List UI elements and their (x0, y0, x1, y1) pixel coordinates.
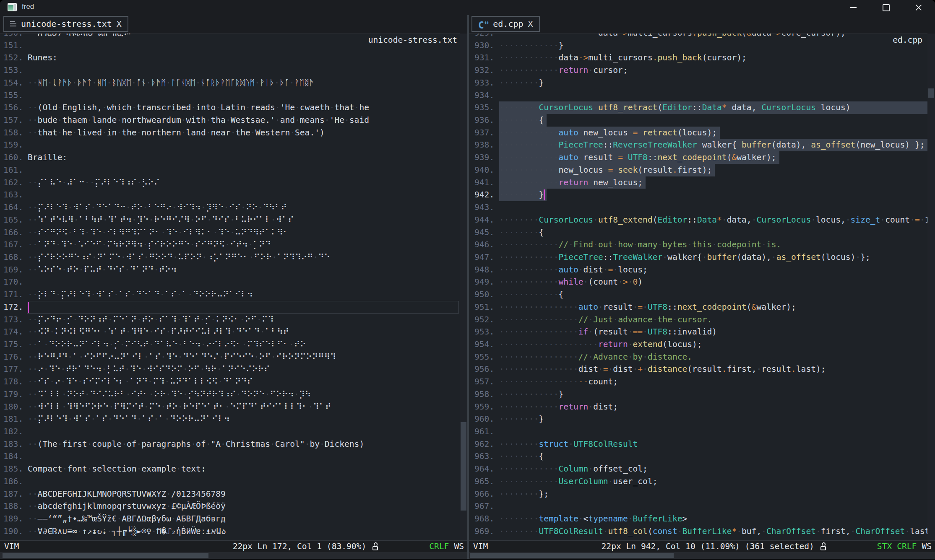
code-line[interactable]: 189.··–—‘“”„†•…‰™œŠŸž€·ΑΒΓΔΩαβγδω·АБВГДа… (0, 513, 460, 525)
code-line[interactable]: 956.················dist·=·dist·+·distan… (469, 363, 927, 376)
code-line[interactable]: 167.··⠁⠝⠙·⠹⠑·⠡⠊⠑⠋·⠍⠳⠗⠝⠻⠲·⡎⠊⠗⠕⠕⠛⠑·⠎⠊⠛⠝⠫·⠊… (0, 239, 460, 251)
code-line[interactable]: 951.················auto·result·=·UTF8::… (469, 301, 927, 314)
code-line[interactable]: 188.··abcdefghijklmnopqrstuvwxyz·£©µÀÆÖÞ… (0, 500, 460, 513)
vertical-scrollbar-left[interactable] (460, 34, 467, 540)
code-line[interactable]: 945.········{ (469, 226, 927, 239)
code-line[interactable]: 944.········CursorLocus·utf8_extend(Edit… (469, 214, 927, 226)
horizontal-scrollbar-thumb[interactable] (3, 553, 208, 558)
code-line[interactable]: 930.············} (469, 39, 927, 52)
code-line[interactable]: 178.··⠊⠎·⠔·⠹⠑·⠎⠊⠍⠊⠇⠑⠆·⠁⠝⠙·⠍⠹·⠥⠝⠙⠁⠇⠇⠪⠫·⠙⠁… (0, 376, 460, 388)
code-line[interactable]: 952.················//·Just·advance·the·… (469, 314, 927, 326)
code-line[interactable]: 946.············//·Find·out·how·many·byt… (469, 239, 927, 251)
code-line[interactable]: 961. (469, 425, 927, 438)
code-line[interactable]: 153. (0, 64, 460, 77)
code-line[interactable]: 958.············} (469, 388, 927, 401)
code-line[interactable]: 936.········{ (469, 114, 927, 127)
code-line[interactable]: 169.··⠡⠕⠎⠑·⠞⠕·⠏⠥⠞·⠙⠊⠎·⠙⠁⠝⠙·⠞⠕⠲ (0, 264, 460, 276)
close-button[interactable] (902, 0, 935, 15)
code-line[interactable]: 168.··⡎⠊⠗⠕⠕⠛⠑⠰⠎·⠝⠁⠍⠑·⠺⠁⠎·⠛⠕⠕⠙·⠥⠏⠕⠝·⠰⡡⠁⠝⠛… (0, 251, 460, 264)
code-line[interactable]: 968.········template·<typename·BufferLik… (469, 513, 927, 525)
code-line[interactable]: 163. (0, 189, 460, 201)
code-line[interactable]: 941.············return·new_locus; (469, 176, 927, 189)
code-line[interactable]: 156.··(Old·English,·which·transcribed·in… (0, 101, 460, 114)
tab-close-icon[interactable]: X (117, 19, 122, 29)
code-line[interactable]: 158.··that·he·lived·in·the·northern·land… (0, 127, 460, 139)
code-line[interactable]: 937.············auto·new_locus·=·retract… (469, 127, 927, 139)
horizontal-scrollbar-right[interactable] (469, 552, 935, 559)
code-line[interactable]: 162.··⡌⠁⠧⠑·⠼⠁⠒··⡍⠜⠇⠑⠹⠰⠎·⡣⠕⠌ (0, 176, 460, 189)
code-line[interactable]: 173.··⡍⠔⠙⠖·⡊·⠙⠕⠝⠰⠞·⠍⠑⠁⠝·⠞⠕·⠎⠁⠹·⠹⠁⠞·⡊·⠅⠝⠪… (0, 314, 460, 326)
code-line[interactable]: 959.············return·dist; (469, 401, 927, 413)
pane-divider[interactable] (467, 15, 469, 560)
tab-close-icon[interactable]: X (528, 19, 533, 29)
code-line[interactable]: 164.··⡍⠜⠇⠑⠹·⠺⠁⠎·⠙⠑⠁⠙⠒·⠞⠕·⠃⠑⠛⠔·⠺⠊⠹⠲·⡹⠻⠑·⠊… (0, 201, 460, 214)
code-line[interactable]: 948.············auto·dist·=·locus; (469, 264, 927, 276)
code-line[interactable]: 185.Compact·font·selection·example·text: (0, 463, 460, 475)
code-line[interactable]: 953.················if·(result·==·UTF8::… (469, 326, 927, 338)
code-line[interactable]: 176.··⠗⠑⠛⠜⠙·⠁·⠊⠕⠋⠋⠔⠤⠝⠁⠊⠇·⠁⠎·⠹⠑·⠙⠑⠁⠙⠑⠌·⠏⠊… (0, 351, 460, 363)
code-line[interactable]: 966.········}; (469, 488, 927, 500)
code-line[interactable]: 190.··∀∂∈ℝ∧∪≡∞·↑↗↨↻⇣·┐┼╔╘░►☺♀·ﬁ�⑀₂ἠḂӥẄɐː… (0, 525, 460, 538)
code-line[interactable]: 934. (469, 89, 927, 102)
code-line[interactable]: 932.············return·cursor; (469, 64, 927, 77)
code-line[interactable]: 943. (469, 201, 927, 214)
horizontal-scrollbar-left[interactable] (0, 552, 467, 559)
code-line[interactable]: 938.············PieceTree::ReverseTreeWa… (469, 139, 927, 151)
unlock-icon[interactable] (820, 542, 827, 551)
vertical-scrollbar-thumb[interactable] (928, 88, 934, 98)
code-line[interactable]: 955.················//·Advance·by·distan… (469, 351, 927, 363)
code-line[interactable]: 160.Braille: (0, 151, 460, 164)
code-line[interactable]: 165.··⠱⠁⠞⠑⠧⠻·⠁⠃⠳⠞·⠹⠁⠞⠲·⡹⠑·⠗⠑⠛⠊⠌⠻·⠕⠋·⠙⠊⠎·… (0, 214, 460, 226)
code-line[interactable]: 170. (0, 276, 460, 288)
horizontal-scrollbar-thumb[interactable] (470, 553, 674, 558)
minimize-button[interactable] (837, 0, 870, 15)
editor-pane-ed-cpp[interactable]: 929.····················data->multi_curs… (469, 34, 927, 540)
code-line[interactable]: 965.············UserColumn·user_col; (469, 475, 927, 488)
code-line[interactable]: 159. (0, 139, 460, 151)
code-line[interactable]: 964.············Column·offset_col; (469, 463, 927, 475)
code-line[interactable]: 184. (0, 450, 460, 463)
code-line[interactable]: 957.················--count; (469, 376, 927, 388)
code-line[interactable]: 935.········CursorLocus·utf8_retract(Edi… (469, 101, 927, 114)
code-line[interactable]: 182. (0, 425, 460, 438)
code-line[interactable]: 183.··(The·first·couple·of·paragraphs·of… (0, 438, 460, 451)
code-line[interactable]: 177.··⠔·⠹⠑·⠞⠗⠁⠙⠑⠲·⡃⠥⠞·⠹⠑·⠺⠊⠎⠙⠕⠍·⠕⠋·⠳⠗·⠁⠝… (0, 363, 460, 376)
code-line[interactable]: 187.··ABCDEFGHIJKLMNOPQRSTUVWXYZ·/012345… (0, 488, 460, 500)
maximize-button[interactable] (870, 0, 902, 15)
code-line[interactable]: 161. (0, 164, 460, 176)
code-line[interactable]: 155. (0, 89, 460, 102)
code-line[interactable]: 963.········{ (469, 450, 927, 463)
code-line[interactable]: 933.········} (469, 77, 927, 89)
code-line[interactable]: 969.········UTF8ColResult·utf8_col(const… (469, 525, 927, 538)
code-line[interactable]: 174.··⠪⠝·⠅⠝⠪⠇⠫⠛⠑⠂·⠱⠁⠞·⠹⠻⠑·⠊⠎·⠏⠜⠞⠊⠊⠥⠇⠜⠇⠹·… (0, 326, 460, 338)
code-line[interactable]: 949.············while·(count·>·0) (469, 276, 927, 288)
code-line[interactable]: 967. (469, 500, 927, 513)
unlock-icon[interactable] (372, 542, 379, 551)
code-line[interactable]: 939.············auto·result·=·UTF8::next… (469, 151, 927, 164)
code-line[interactable]: 175.··⠁·⠙⠕⠕⠗⠤⠝⠁⠊⠇⠲·⡊·⠍⠊⠣⠞·⠙⠁⠧⠑·⠃⠑⠲·⠔⠊⠇⠔⠫… (0, 338, 460, 351)
code-line[interactable]: 157.··bude·thaem·lande·northweardum·with… (0, 114, 460, 127)
code-line[interactable]: 171.··⡕⠇⠙·⡍⠜⠇⠑⠹·⠺⠁⠎·⠁⠎·⠙⠑⠁⠙·⠁⠎·⠁·⠙⠕⠕⠗⠤⠝⠁… (0, 288, 460, 301)
code-line[interactable]: 942.········} (469, 189, 927, 201)
code-line[interactable]: 180.··⠺⠊⠇⠇·⠹⠻⠑⠋⠕⠗⠑·⠏⠻⠍⠊⠞·⠍⠑·⠞⠕·⠗⠑⠏⠑⠁⠞⠂·⠑… (0, 401, 460, 413)
code-line[interactable]: 172. (0, 301, 460, 314)
code-line[interactable]: 960.········} (469, 413, 927, 425)
vertical-scrollbar-right[interactable] (927, 34, 935, 540)
code-line[interactable]: 940.············new_locus·=·seek(result.… (469, 164, 927, 176)
code-line[interactable]: 181.··⡍⠜⠇⠑⠹·⠺⠁⠎·⠁⠎·⠙⠑⠁⠙·⠁⠎·⠁·⠙⠕⠕⠗⠤⠝⠁⠊⠇⠲ (0, 413, 460, 425)
vertical-scrollbar-thumb[interactable] (461, 422, 466, 511)
editor-pane-unicode-stress[interactable]: 150.··እግርህን·በፍራሽህ·ልክ·ዘርጋ።151.152.Runes:1… (0, 34, 460, 540)
code-line[interactable]: 154.··ᚻᛖ·ᚳᚹᚫᚦ·ᚦᚫᛏ·ᚻᛖ·ᛒᚢᛞᛖ·ᚩᚾ·ᚦᚫᛗ·ᛚᚪᚾᛞᛖ·ᚾ… (0, 77, 460, 89)
code-line[interactable]: 962.········struct·UTF8ColResult (469, 438, 927, 451)
code-line[interactable]: 186. (0, 475, 460, 488)
code-line[interactable]: 166.··⠎⠊⠛⠝⠫·⠃⠹·⠹⠑·⠊⠇⠻⠛⠹⠍⠁⠝⠂·⠹⠑·⠊⠇⠻⠅⠂·⠹⠑·… (0, 226, 460, 239)
code-line[interactable]: 931.············data->multi_cursors.push… (469, 52, 927, 64)
code-line[interactable]: 929.····················data->multi_curs… (469, 34, 927, 39)
code-line[interactable]: 947.············PieceTree::TreeWalker·wa… (469, 251, 927, 264)
tab-unicode-stress-txt[interactable]: unicode-stress.txt X (3, 16, 128, 32)
code-line[interactable]: 954.····················return·extend(lo… (469, 338, 927, 351)
code-line[interactable]: 950.············{ (469, 288, 927, 301)
tab-ed-cpp[interactable]: C++ ed.cpp X (471, 16, 540, 32)
code-line[interactable]: 152.Runes: (0, 52, 460, 64)
code-line[interactable]: 179.··⠩⠁⠇⠇·⠝⠕⠞·⠙⠊⠌⠥⠗⠃·⠊⠞⠂·⠕⠗·⠹⠑·⡊⠳⠝⠞⠗⠹⠰⠎… (0, 388, 460, 401)
